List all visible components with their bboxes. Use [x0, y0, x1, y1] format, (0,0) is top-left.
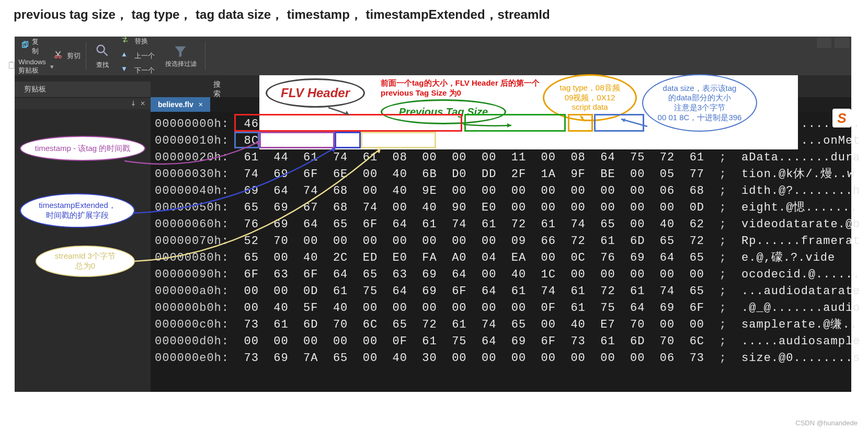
svg-rect-2 — [9, 62, 14, 68]
timestamp-label: timestamp - 该tag 的时间戳 — [35, 144, 131, 154]
ts-ext-l2: 时间戳的扩展字段 — [39, 211, 116, 220]
prev-tag-note-l1: 前面一个tag的大小，FLV Header 后的第一个 — [381, 78, 540, 88]
chevron-down-icon: ▾ — [50, 63, 54, 71]
min-icon[interactable] — [817, 38, 831, 48]
filter-icon[interactable] — [173, 44, 189, 60]
svg-point-6 — [97, 45, 105, 52]
prev-tag-size-label: Previous Tag Size — [399, 106, 488, 119]
close-tab-icon[interactable]: × — [199, 100, 203, 109]
hex-row[interactable]: 000000d0h: 00 00 00 00 00 0F 61 75 64 69… — [155, 333, 851, 350]
find-icon[interactable] — [95, 43, 110, 59]
prev-tag-note-l2: previous Tag Size 为0 — [381, 88, 540, 98]
tag-type-l1: tag type，08音频 — [559, 83, 620, 93]
prev-tag-note: 前面一个tag的大小，FLV Header 后的第一个 previous Tag… — [381, 78, 540, 98]
cut-button[interactable]: 剪切 — [51, 49, 83, 63]
data-size-l4: 00 01 8C，十进制是396 — [658, 113, 742, 123]
stream-l1: streamId 3个字节 — [55, 251, 116, 261]
hex-row[interactable]: 000000c0h: 73 61 6D 70 6C 65 72 61 74 65… — [155, 317, 851, 333]
hex-row[interactable]: 00000040h: 69 64 74 68 00 40 9E 00 00 00… — [155, 183, 851, 200]
tab-file[interactable]: believe.flv × — [151, 97, 210, 112]
hex-row[interactable]: 00000030h: 74 69 6F 6E 00 40 6B D0 DD 2F… — [155, 166, 851, 183]
next-label: 下一个 — [134, 66, 155, 75]
tag-type-l2: 09视频，0X12 — [559, 93, 620, 103]
replace-label: 替换 — [134, 37, 148, 46]
ribbon-section-labels: 剪贴板 搜索 — [15, 82, 151, 97]
search-section-label: 搜索 — [213, 80, 221, 99]
hex-row[interactable]: 000000a0h: 00 00 0D 61 75 64 69 6F 64 61… — [155, 283, 851, 300]
tab-label: believe.flv — [158, 100, 193, 109]
prev-label: 上一个 — [134, 51, 155, 61]
hex-row[interactable]: 00000070h: 52 70 00 00 00 00 00 00 00 09… — [155, 233, 851, 250]
bubble-flv-header: FLV Header — [266, 78, 365, 108]
page-title: previous tag size， tag type， tag data si… — [0, 0, 868, 32]
hex-row[interactable]: 00000050h: 65 69 67 68 74 00 40 90 E0 00… — [155, 200, 851, 216]
hex-row[interactable]: 00000060h: 76 69 64 65 6F 64 61 74 61 72… — [155, 216, 851, 233]
close-panel-icon[interactable]: ✕ — [140, 100, 147, 107]
copy-icon — [20, 41, 30, 52]
cut-label: 剪切 — [67, 51, 81, 61]
data-size-l1: data size，表示该tag — [658, 84, 742, 94]
bubble-data-size: data size，表示该tag 的data部分的大小 注意是3个字节 00 0… — [642, 74, 757, 132]
max-icon[interactable] — [835, 38, 849, 48]
down-arrow-icon: ▼ — [121, 65, 132, 76]
flv-header-label: FLV Header — [281, 85, 350, 101]
ribbon-toolbar: 复制 Windows 剪贴板 ▾ 剪切 — [15, 37, 851, 75]
ts-ext-l1: timestampExtended， — [39, 201, 116, 211]
prev-button[interactable]: ▲ 上一个 — [119, 49, 157, 63]
hex-row[interactable]: 000000e0h: 73 69 7A 65 00 40 30 00 00 00… — [155, 350, 851, 367]
up-arrow-icon: ▲ — [121, 50, 132, 62]
pin-icon[interactable] — [130, 100, 137, 107]
hex-row[interactable]: 00000080h: 65 00 40 2C ED E0 FA A0 04 EA… — [155, 250, 851, 266]
editor-window: 复制 Windows 剪贴板 ▾ 剪切 — [15, 37, 851, 392]
hex-editor[interactable]: 00000000h: 46 4C 56 01 05 00 00 00 09 00… — [151, 112, 851, 392]
tag-type-l3: script data — [559, 102, 620, 112]
svg-rect-3 — [10, 62, 13, 63]
replace-icon — [121, 36, 132, 47]
clipboard-dd-label: Windows 剪贴板 — [18, 58, 48, 75]
hex-row[interactable]: 00000090h: 6F 63 6F 64 65 63 69 64 00 40… — [155, 266, 851, 283]
clipboard-icon — [7, 61, 16, 72]
replace-button[interactable]: 替换 — [119, 34, 157, 48]
data-size-l3: 注意是3个字节 — [658, 103, 742, 113]
copy-button[interactable]: 复制 — [18, 36, 43, 57]
watermark: CSDN @hunandede — [795, 419, 858, 427]
cut-icon — [53, 50, 65, 62]
next-button[interactable]: ▼ 下一个 — [119, 64, 157, 77]
bubble-timestamp: timestamp - 该tag 的时间戳 — [20, 136, 145, 161]
stream-l2: 总为0 — [55, 261, 116, 271]
find-section-label: 查找 — [96, 61, 109, 69]
bubble-prev-tag-size: Previous Tag Size — [381, 99, 506, 124]
bubble-stream-id: streamId 3个字节 总为0 — [36, 246, 135, 277]
ime-logo: S — [832, 109, 851, 127]
bubble-tag-type: tag type，08音频 09视频，0X12 script data — [543, 74, 637, 121]
data-size-l2: 的data部分的大小 — [658, 93, 742, 103]
filter-label: 按选择过滤 — [165, 60, 197, 68]
hex-row[interactable]: 000000b0h: 00 40 5F 40 00 00 00 00 00 00… — [155, 300, 851, 317]
clipboard-section-label: 剪贴板 — [24, 85, 46, 94]
hex-row[interactable]: 00000020h: 61 44 61 74 61 08 00 00 00 11… — [155, 149, 851, 166]
bubble-ts-ext: timestampExtended， 时间戳的扩展字段 — [20, 193, 135, 228]
copy-label: 复制 — [32, 37, 41, 56]
